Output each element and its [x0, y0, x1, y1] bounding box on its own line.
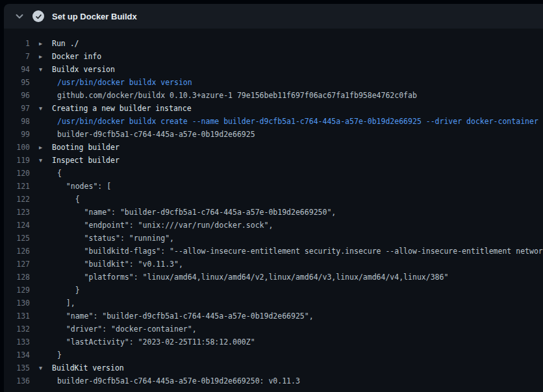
- group-title[interactable]: Creating a new builder instance: [52, 104, 192, 113]
- line-content: /usr/bin/docker buildx version: [39, 76, 192, 89]
- output-text: {: [39, 169, 62, 178]
- expand-group-icon[interactable]: ▶: [39, 50, 52, 63]
- output-text: "lastActivity": "2023-02-25T11:58:12.000…: [39, 337, 255, 347]
- step-title: Set up Docker Buildx: [52, 12, 137, 21]
- line-number[interactable]: 130: [4, 297, 30, 310]
- log-line: 97▼Creating a new builder instance: [4, 102, 543, 115]
- line-number[interactable]: 125: [4, 232, 30, 245]
- line-number[interactable]: 134: [4, 349, 30, 361]
- line-content: ▶Run ./: [39, 37, 79, 50]
- group-title[interactable]: BuildKit version: [52, 363, 124, 373]
- log-line: 123 "name": "builder-d9cfb5a1-c764-445a-…: [4, 206, 543, 219]
- group-title[interactable]: Run ./: [52, 39, 79, 48]
- output-text: "platforms": "linux/amd64,linux/amd64/v2…: [39, 273, 448, 282]
- group-title[interactable]: Buildx version: [52, 65, 115, 74]
- line-number[interactable]: 98: [4, 115, 30, 128]
- log-line: 121 "nodes": [: [4, 180, 543, 193]
- line-number[interactable]: 128: [4, 271, 30, 284]
- output-text: "name": "builder-d9cfb5a1-c764-445a-a57e…: [39, 208, 336, 217]
- output-text: {: [39, 195, 80, 204]
- log-line: 133 "lastActivity": "2023-02-25T11:58:12…: [4, 336, 543, 349]
- line-content: "name": "builder-d9cfb5a1-c764-445a-a57e…: [39, 206, 336, 219]
- line-content: "platforms": "linux/amd64,linux/amd64/v2…: [39, 271, 448, 284]
- line-number[interactable]: 136: [4, 374, 30, 387]
- output-text: }: [39, 350, 62, 360]
- log-line: 95/usr/bin/docker buildx version: [4, 76, 543, 89]
- line-number[interactable]: 135: [4, 361, 30, 374]
- step-header[interactable]: Set up Docker Buildx: [4, 4, 543, 29]
- line-number[interactable]: 100: [4, 141, 30, 154]
- line-number[interactable]: 123: [4, 206, 30, 219]
- line-number[interactable]: 129: [4, 284, 30, 297]
- command-text: /usr/bin/docker buildx create --name bui…: [39, 117, 538, 126]
- log-line: 126 "buildkitd-flags": "--allow-insecure…: [4, 245, 543, 258]
- line-content: ▼Creating a new builder instance: [39, 102, 192, 115]
- log-line: 132 "driver": "docker-container",: [4, 323, 543, 336]
- group-title[interactable]: Docker info: [52, 52, 101, 61]
- log-line: 7▶Docker info: [4, 50, 543, 63]
- line-number[interactable]: 127: [4, 258, 30, 271]
- group-title[interactable]: Inspect builder: [52, 156, 120, 165]
- output-text: builder-d9cfb5a1-c764-445a-a57e-0b19d2e6…: [39, 376, 300, 386]
- output-text: "name": "builder-d9cfb5a1-c764-445a-a57e…: [39, 312, 314, 321]
- log-line: 131 "name": "builder-d9cfb5a1-c764-445a-…: [4, 310, 543, 323]
- log-line: 134}: [4, 349, 543, 361]
- line-number[interactable]: 124: [4, 219, 30, 232]
- line-number[interactable]: 121: [4, 180, 30, 193]
- output-text: builder-d9cfb5a1-c764-445a-a57e-0b19d2e6…: [39, 130, 255, 139]
- line-content: builder-d9cfb5a1-c764-445a-a57e-0b19d2e6…: [39, 374, 300, 387]
- collapse-group-icon[interactable]: ▼: [39, 361, 52, 374]
- line-number[interactable]: 94: [4, 63, 30, 76]
- line-content: "endpoint": "unix:///var/run/docker.sock…: [39, 219, 273, 232]
- command-text: /usr/bin/docker buildx version: [39, 78, 192, 87]
- line-number[interactable]: 133: [4, 336, 30, 349]
- output-text: "nodes": [: [39, 182, 111, 191]
- line-content: "buildkit": "v0.11.3",: [39, 258, 183, 271]
- expand-group-icon[interactable]: ▶: [39, 37, 52, 50]
- line-content: }: [39, 349, 62, 361]
- line-content: ▶Docker info: [39, 50, 101, 63]
- line-number[interactable]: 1: [4, 37, 30, 50]
- line-number[interactable]: 131: [4, 310, 30, 323]
- line-number[interactable]: 126: [4, 245, 30, 258]
- log-line: 98/usr/bin/docker buildx create --name b…: [4, 115, 543, 128]
- line-content: "buildkitd-flags": "--allow-insecure-ent…: [39, 245, 543, 258]
- output-text: "status": "running",: [39, 234, 174, 243]
- log-line: 129 }: [4, 284, 543, 297]
- line-number[interactable]: 7: [4, 50, 30, 63]
- line-number[interactable]: 119: [4, 154, 30, 167]
- step-log-container: Set up Docker Buildx 1▶Run ./7▶Docker in…: [4, 4, 543, 392]
- line-number[interactable]: 95: [4, 76, 30, 89]
- expand-group-icon[interactable]: ▶: [39, 141, 52, 154]
- output-text: "buildkitd-flags": "--allow-insecure-ent…: [39, 247, 543, 256]
- line-number[interactable]: 97: [4, 102, 30, 115]
- log-line: 96github.com/docker/buildx 0.10.3+azure-…: [4, 89, 543, 102]
- log-line: 122 {: [4, 193, 543, 206]
- line-number[interactable]: 99: [4, 128, 30, 141]
- line-number[interactable]: 96: [4, 89, 30, 102]
- group-title[interactable]: Booting builder: [52, 143, 120, 152]
- chevron-down-icon[interactable]: [14, 11, 25, 21]
- output-text: }: [39, 286, 80, 295]
- log-line: 128 "platforms": "linux/amd64,linux/amd6…: [4, 271, 543, 284]
- collapse-group-icon[interactable]: ▼: [39, 154, 52, 167]
- line-content: ▼BuildKit version: [39, 361, 124, 374]
- line-content: }: [39, 284, 80, 297]
- collapse-group-icon[interactable]: ▼: [39, 63, 52, 76]
- line-number[interactable]: 120: [4, 167, 30, 180]
- log-line: 136builder-d9cfb5a1-c764-445a-a57e-0b19d…: [4, 374, 543, 387]
- log-line: 100▶Booting builder: [4, 141, 543, 154]
- log-line: 1▶Run ./: [4, 37, 543, 50]
- log-line: 124 "endpoint": "unix:///var/run/docker.…: [4, 219, 543, 232]
- line-number[interactable]: 122: [4, 193, 30, 206]
- line-content: /usr/bin/docker buildx create --name bui…: [39, 115, 538, 128]
- output-text: ],: [39, 299, 75, 308]
- log-line: 94▼Buildx version: [4, 63, 543, 76]
- collapse-group-icon[interactable]: ▼: [39, 102, 52, 115]
- line-content: ▼Inspect builder: [39, 154, 120, 167]
- line-number[interactable]: 132: [4, 323, 30, 336]
- line-content: ▼Buildx version: [39, 63, 115, 76]
- log-line: 119▼Inspect builder: [4, 154, 543, 167]
- output-text: "buildkit": "v0.11.3",: [39, 260, 183, 269]
- log-line: 135▼BuildKit version: [4, 361, 543, 374]
